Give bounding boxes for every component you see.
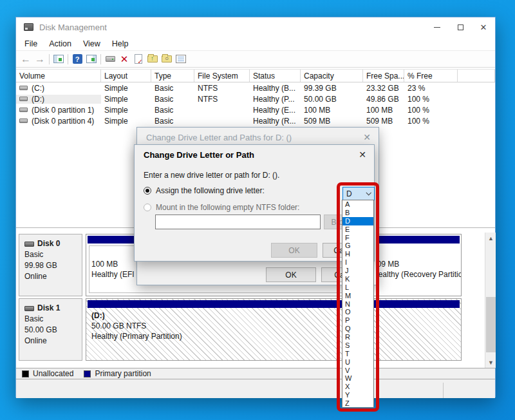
scrollbar-thumb[interactable] [486,297,496,352]
menu-view[interactable]: View [77,37,106,50]
menu-help[interactable]: Help [106,37,135,50]
column-header[interactable]: File System [194,70,250,82]
drive-letter-option-M[interactable]: M [342,292,373,300]
volume-row[interactable]: (C:)SimpleBasicNTFSHealthy (B...99.39 GB… [16,82,495,93]
toolbar-separator [100,54,101,64]
outer-close-icon[interactable]: ✕ [363,133,371,142]
column-header[interactable]: Capacity [301,70,363,82]
close-button[interactable]: ✕ [472,17,495,37]
help-button[interactable]: ? [70,52,84,66]
drive-letter-option-T[interactable]: T [342,350,373,358]
delete-volume-button[interactable]: ✕ [117,52,131,66]
window-title: Disk Management [39,23,107,32]
drive-letter-option-K[interactable]: K [342,275,373,283]
column-header[interactable] [458,70,495,82]
volume-cell: Healthy (B... [250,84,301,93]
mount-folder-input[interactable] [155,215,321,229]
assign-letter-radio[interactable] [144,187,151,195]
show-action-pane-button[interactable] [84,52,98,66]
mount-folder-radio[interactable] [144,204,151,211]
disk0-label[interactable]: Disk 0 Basic 99.98 GB Online [19,234,82,296]
drive-letter-option-Y[interactable]: Y [342,391,373,399]
disk-pane-scrollbar[interactable]: ▲ ▼ [485,233,496,368]
volume-row[interactable]: (D:)SimpleBasicNTFSHealthy (P...50.00 GB… [16,93,495,104]
drive-letter-option-X[interactable]: X [342,383,373,391]
menu-file[interactable]: File [19,37,43,50]
disk1-size: 50.00 GB [24,325,82,336]
column-header[interactable]: Type [151,70,194,82]
disk1-status: Online [24,336,82,347]
drive-letter-option-N[interactable]: N [342,300,373,309]
drive-letter-option-L[interactable]: L [342,283,373,292]
back-button[interactable]: ← [19,52,33,66]
volume-cell: Simple [101,95,151,104]
drive-letter-option-U[interactable]: U [342,358,373,367]
app-icon [24,23,33,31]
open-button[interactable] [145,52,160,66]
drive-letter-option-I[interactable]: I [342,258,373,267]
drive-letter-dropdown-list[interactable]: ABDEFGHIJKLMNOPQRSTUVWXYZ [342,200,374,408]
drive-letter-combo[interactable]: D [342,187,375,200]
inner-ok-button[interactable]: OK [271,243,317,258]
toolbar-separator [68,54,68,64]
menu-action[interactable]: Action [43,37,77,50]
properties-button[interactable] [174,52,188,66]
volume-row[interactable]: (Disk 0 partition 4)SimpleBasicHealthy (… [16,115,495,126]
drive-letter-option-E[interactable]: E [342,225,373,234]
drive-letter-option-F[interactable]: F [342,234,373,242]
disk1-partition-d[interactable]: (D:) 50.00 GB NTFS Healthy (Primary Part… [86,298,462,361]
volume-name: (D:) [32,95,44,104]
back-icon: ← [21,54,31,64]
drive-letter-option-G[interactable]: G [342,242,373,250]
scroll-down-icon[interactable]: ▼ [485,357,496,368]
volume-row[interactable]: (Disk 0 partition 1)SimpleBasicHealthy (… [16,104,495,115]
drive-letter-option-R[interactable]: R [342,333,373,341]
inner-close-icon[interactable]: ✕ [359,150,366,159]
disk0-size: 99.98 GB [24,260,82,271]
partition-size: 50.00 GB NTFS [91,321,182,331]
disk1-label[interactable]: Disk 1 Basic 50.00 GB Online [19,298,82,361]
drive-letter-option-B[interactable]: B [342,209,373,217]
show-console-tree-button[interactable] [52,52,66,66]
drive-letter-option-Z[interactable]: Z [342,399,373,408]
forward-button[interactable]: → [33,52,47,66]
column-header[interactable]: Volume [16,70,101,82]
volume-cell: 509 MB [301,117,363,126]
disk-view-button[interactable] [103,52,117,66]
minimize-button[interactable] [426,17,449,37]
volume-cell: Healthy (P... [250,95,301,104]
drive-letter-option-H[interactable]: H [342,250,373,258]
toolbar-separator [49,54,50,64]
outer-dialog-title: Change Drive Letter and Paths for D: () [146,133,292,142]
titlebar: Disk Management ✕ [16,17,495,37]
disk-icon [24,306,34,311]
drive-letter-option-S[interactable]: S [342,341,373,350]
column-header[interactable]: % Free [404,70,458,82]
volume-cell: 49.86 GB [363,95,404,104]
drive-letter-option-J[interactable]: J [342,267,373,275]
disk1-kind: Basic [24,314,82,325]
disk0-name: Disk 0 [37,238,60,249]
column-header[interactable]: Layout [101,70,151,82]
explore-button[interactable] [160,52,174,66]
status-strip [16,380,495,398]
drive-letter-option-V[interactable]: V [342,367,373,375]
outer-ok-button[interactable]: OK [266,267,316,282]
drive-letter-option-D[interactable]: D [342,217,373,225]
drive-letter-option-Q[interactable]: Q [342,325,373,333]
drive-letter-option-A[interactable]: A [342,200,373,209]
disk1-name: Disk 1 [37,303,60,314]
volume-cell: 100 MB [363,106,404,115]
disk0-partition-recovery[interactable]: 509 MB Healthy (Recovery Partition) [367,234,462,296]
drive-letter-option-P[interactable]: P [342,316,373,325]
mark-active-button[interactable] [131,52,145,66]
volume-cell: Simple [101,84,151,93]
drive-letter-option-W[interactable]: W [342,374,373,383]
volume-cell: Healthy (R... [250,117,301,126]
maximize-button[interactable] [449,17,472,37]
volume-cell: 100 % [404,95,458,104]
column-header[interactable]: Free Spa... [363,70,404,82]
drive-letter-option-O[interactable]: O [342,308,373,316]
scroll-up-icon[interactable]: ▲ [485,233,496,243]
column-header[interactable]: Status [250,70,301,82]
